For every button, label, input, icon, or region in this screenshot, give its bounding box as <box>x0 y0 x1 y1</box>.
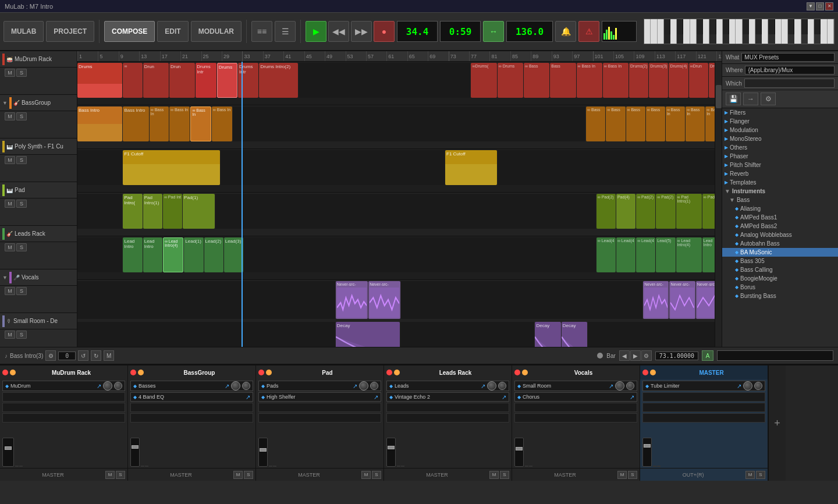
knob-master-2[interactable] <box>754 382 762 390</box>
knob-master[interactable] <box>743 381 752 391</box>
clip-vocals-never3[interactable]: Never-src- <box>643 281 669 319</box>
clip-settings-button[interactable]: ⚙ <box>45 350 56 361</box>
slot-expand-shelfer[interactable]: ↗ <box>374 394 378 400</box>
preset-arrow-icon[interactable]: → <box>743 93 758 105</box>
clip-drums-10[interactable]: ∞ Bass In <box>577 63 602 98</box>
slot-expand-echo[interactable]: ↗ <box>502 394 506 400</box>
mute-ch-pad[interactable]: M <box>361 471 371 479</box>
clip-pad-1[interactable]: Pad(1) <box>183 194 215 229</box>
fader-master[interactable] <box>642 438 652 467</box>
clip-drums-9[interactable]: Bass <box>550 63 576 98</box>
back-button[interactable]: ↺ <box>78 350 88 361</box>
solo-ch-leads[interactable]: S <box>500 471 509 479</box>
tree-item-basscalling[interactable]: ◆ Bass Calling <box>722 265 838 274</box>
slot-pads[interactable]: ◆ Pads ↗ <box>258 381 381 391</box>
knob-leads-2[interactable] <box>498 382 506 390</box>
cpu-indicator[interactable]: ⚠ <box>578 21 599 42</box>
slot-expand-leads[interactable]: ↗ <box>481 383 485 389</box>
clip-lead-5[interactable]: Lead(5) <box>656 237 675 272</box>
clip-bass-11[interactable]: ∞ Bass In <box>686 107 705 141</box>
clip-lead-intro[interactable]: Lead Intro <box>123 237 142 272</box>
clip-vocals-never2[interactable]: Never-src- <box>368 281 400 319</box>
solo-leads[interactable]: S <box>16 243 27 251</box>
power-light-leads[interactable] <box>386 370 392 375</box>
knob-basses-2[interactable] <box>242 382 250 390</box>
fader-thumb-bass[interactable] <box>132 445 139 449</box>
tree-item-analogwobble[interactable]: ◆ Analog Wobblebass <box>722 230 838 239</box>
fader-thumb-leads[interactable] <box>388 446 395 449</box>
fader-bass[interactable] <box>130 438 140 467</box>
mode-marker[interactable]: M <box>104 350 114 361</box>
slot-expand-eq[interactable]: ↗ <box>246 394 250 400</box>
slot-basses[interactable]: ◆ Basses ↗ <box>130 381 253 391</box>
close-button[interactable]: ✕ <box>825 2 833 10</box>
clip-poly-f1cutoff2[interactable]: F1 Cutoff <box>445 150 497 185</box>
tree-item-instruments[interactable]: ▼ Instruments <box>722 187 838 196</box>
clip-lead-active[interactable]: ∞ Lead Intro(4) <box>163 237 183 272</box>
solo-ch-bass[interactable]: S <box>244 471 253 479</box>
metronome-button[interactable]: 🔔 <box>555 21 576 42</box>
timeline-ruler[interactable]: 1 5 9 13 17 21 25 29 33 37 41 45 49 53 5… <box>77 51 722 62</box>
fader-thumb-master[interactable] <box>644 444 651 448</box>
clip-drums-2[interactable]: ∞ <box>123 63 142 98</box>
clip-drums-intro2[interactable]: Drums Intro(2) <box>259 63 297 98</box>
slot-4bandeq[interactable]: ◆ 4 Band EQ ↗ <box>130 392 253 402</box>
slot-smallroom[interactable]: ◆ Small Room ↗ <box>514 381 637 391</box>
tree-item-monostereo[interactable]: ▶ MonoStereo <box>722 134 838 143</box>
clip-pad-5[interactable]: ∞ Pad(2) <box>656 194 675 229</box>
loop-button[interactable]: ↔ <box>483 21 504 42</box>
tree-item-reverb[interactable]: ▶ Reverb <box>722 169 838 178</box>
clip-vocals-never1[interactable]: Never-src- <box>336 281 368 319</box>
clip-drums-13[interactable]: Drums(3) <box>649 63 668 98</box>
clip-drums-11[interactable]: ∞ Bass In <box>603 63 628 98</box>
mute-poly[interactable]: M <box>5 156 15 164</box>
list-view-button[interactable]: ☰ <box>275 21 296 42</box>
clip-drums-12[interactable]: Drums(2) <box>629 63 648 98</box>
clip-lead-intro2[interactable]: Lead Intro <box>143 237 162 272</box>
tree-item-boogiemoogie[interactable]: ◆ BoogieMoogie <box>722 274 838 283</box>
tree-item-autobahnbass[interactable]: ◆ Autobahn Bass <box>722 239 838 248</box>
fader-thumb-vocals[interactable] <box>516 447 523 450</box>
clip-lead-1[interactable]: Lead(1) <box>184 237 203 272</box>
clip-lead-4b[interactable]: ∞ Lead(4 <box>616 237 635 272</box>
solo-mudrum[interactable]: S <box>16 69 27 77</box>
rewind-button[interactable]: ◀◀ <box>328 21 349 42</box>
bar-settings-button[interactable]: ⚙ <box>641 350 652 361</box>
knob-mudrum[interactable] <box>103 381 112 391</box>
compose-button[interactable]: COMPOSE <box>104 21 155 42</box>
clip-drums-15[interactable]: ∞Drun <box>689 63 708 98</box>
clip-vocals-decay1[interactable]: Decay <box>336 322 400 347</box>
tree-item-ampedbass1[interactable]: ◆ AMPed Bass1 <box>722 213 838 222</box>
clip-drums-intro[interactable]: Drums Intr <box>196 63 216 98</box>
clip-vocals-never4[interactable]: Never-src- <box>669 281 695 319</box>
clip-pad-3[interactable]: ∞ Pad(2) <box>636 194 655 229</box>
clip-vocals-decay3[interactable]: Decay <box>562 322 587 347</box>
power-light-pad[interactable] <box>258 370 264 375</box>
tree-item-burstingbass[interactable]: ◆ Bursting Bass <box>722 292 838 300</box>
add-channel-button[interactable]: + <box>768 365 786 481</box>
clip-lead-2[interactable]: Lead(2) <box>204 237 223 272</box>
tree-item-bass[interactable]: ▼ Bass <box>722 196 838 204</box>
clip-bass-6[interactable]: ∞ Bass <box>586 107 605 141</box>
clip-bass-10[interactable]: ∞ Bass In <box>666 107 685 141</box>
piano-keyboard[interactable]: // generate piano keys inline - we'll do… <box>644 19 835 44</box>
clip-drums-8[interactable]: ∞ Bass <box>524 63 549 98</box>
window-controls[interactable]: ▼ □ ✕ <box>807 2 833 10</box>
play-button[interactable]: ▶ <box>306 21 326 42</box>
clip-pad-2[interactable]: ∞ Pad(2) <box>596 194 616 229</box>
clip-pad-intro-inf[interactable]: ∞ Pad Int <box>163 194 182 229</box>
knob-basses[interactable] <box>231 381 240 391</box>
knob-smallroom-2[interactable] <box>626 382 634 390</box>
fader-leads[interactable] <box>386 438 396 467</box>
minimize-button[interactable]: ▼ <box>807 2 815 10</box>
clip-drums-7[interactable]: ∞ Drums <box>498 63 523 98</box>
tree-item-bass305[interactable]: ◆ Bass 305 <box>722 257 838 265</box>
clip-pad-4[interactable]: Pad(4) <box>616 194 635 229</box>
tree-item-flanger[interactable]: ▶ Flanger <box>722 117 838 126</box>
fader-mudrum[interactable] <box>2 438 14 467</box>
clip-bass-9[interactable]: ∞ Bass <box>646 107 665 141</box>
clip-bass-8[interactable]: ∞ Bass <box>626 107 645 141</box>
clip-drums-4[interactable]: Drun <box>169 63 195 98</box>
clip-poly-f1cutoff[interactable]: F1 Cutoff <box>123 150 219 185</box>
clip-lead-intro4[interactable]: ∞ Lead Intro(4) <box>676 237 702 272</box>
